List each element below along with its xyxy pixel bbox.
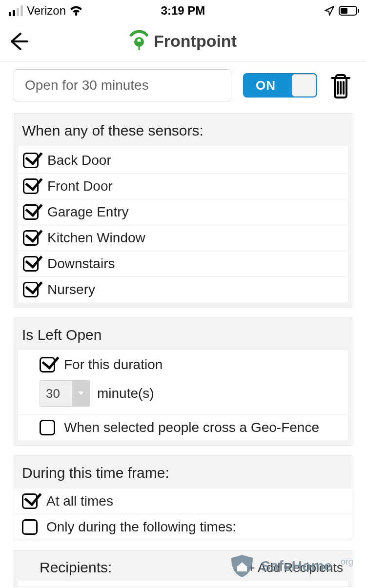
- sensors-list: Back Door Front Door Garage Entry Kitche…: [18, 146, 348, 302]
- frontpoint-logo-icon: [129, 29, 149, 54]
- sensor-row[interactable]: Back Door: [18, 146, 348, 173]
- sensors-title: When any of these sensors:: [14, 114, 352, 146]
- safehome-watermark: SafeHome .org: [228, 554, 353, 578]
- duration-checkbox-row[interactable]: For this duration: [18, 350, 348, 377]
- sensor-row[interactable]: Kitchen Window: [18, 225, 348, 251]
- checkbox-icon: [23, 204, 39, 220]
- geofence-label: When selected people cross a Geo-Fence: [64, 420, 319, 435]
- brand-name: Frontpoint: [154, 32, 237, 51]
- duration-label: For this duration: [64, 357, 163, 372]
- left-open-list: For this duration 30 minute(s) When sele…: [18, 350, 348, 440]
- status-bar: Verizon 3:19 PM: [0, 0, 366, 21]
- sensor-label: Front Door: [47, 178, 113, 194]
- duration-value-row: 30 minute(s): [18, 377, 348, 414]
- time-frame-section: During this time frame: At all times Onl…: [14, 455, 352, 540]
- toggle-label: ON: [256, 78, 276, 93]
- sensor-row[interactable]: Front Door: [18, 173, 348, 199]
- watermark-brand: SafeHome: [261, 558, 332, 574]
- checkbox-icon: [40, 357, 55, 372]
- rule-name-input[interactable]: [14, 69, 231, 101]
- checkbox-icon: [23, 230, 39, 246]
- svg-rect-5: [138, 41, 140, 50]
- checkbox-icon: [40, 420, 55, 435]
- rule-enabled-toggle[interactable]: ON: [243, 73, 317, 98]
- sensor-row[interactable]: Nursery: [18, 276, 348, 302]
- sensors-section: When any of these sensors: Back Door Fro…: [14, 113, 352, 308]
- geofence-checkbox-row[interactable]: When selected people cross a Geo-Fence: [18, 414, 348, 440]
- left-open-title: Is Left Open: [14, 318, 352, 350]
- sensor-row[interactable]: Downstairs: [18, 251, 348, 276]
- only-times-label: Only during the following times:: [46, 519, 236, 535]
- sensor-label: Nursery: [47, 282, 95, 297]
- time-frame-list: At all times Only during the following t…: [14, 488, 352, 540]
- brand: Frontpoint: [129, 29, 237, 54]
- chevron-down-icon: [72, 381, 90, 406]
- trash-icon: [329, 72, 352, 98]
- toggle-knob: [292, 74, 316, 97]
- delete-rule-button[interactable]: [329, 72, 352, 98]
- app-header: Frontpoint: [0, 21, 366, 61]
- duration-units: minute(s): [97, 386, 154, 401]
- checkbox-icon: [23, 178, 39, 194]
- checkbox-icon: [22, 493, 38, 509]
- recipients-title: Recipients:: [40, 559, 112, 576]
- sensor-label: Garage Entry: [47, 204, 129, 220]
- back-button[interactable]: [8, 31, 29, 52]
- sensor-row[interactable]: Garage Entry: [18, 199, 348, 225]
- clock: 3:19 PM: [0, 4, 366, 18]
- sensor-label: Back Door: [47, 153, 111, 168]
- sensor-label: Downstairs: [47, 256, 115, 272]
- duration-value: 30: [40, 386, 72, 401]
- checkbox-icon: [23, 282, 39, 297]
- all-times-label: At all times: [46, 493, 113, 509]
- shield-house-icon: [228, 554, 256, 578]
- all-times-row[interactable]: At all times: [14, 488, 352, 514]
- duration-select[interactable]: 30: [40, 380, 90, 407]
- checkbox-icon: [22, 519, 38, 535]
- checkbox-icon: [23, 153, 39, 168]
- left-open-section: Is Left Open For this duration 30 minute…: [14, 317, 352, 446]
- only-times-row[interactable]: Only during the following times:: [14, 514, 352, 540]
- sensor-label: Kitchen Window: [47, 230, 145, 246]
- watermark-suffix: .org: [338, 557, 353, 567]
- arrow-left-icon: [8, 31, 29, 52]
- rule-header-row: ON: [0, 61, 366, 110]
- checkbox-icon: [23, 256, 39, 272]
- time-frame-title: During this time frame:: [14, 456, 352, 488]
